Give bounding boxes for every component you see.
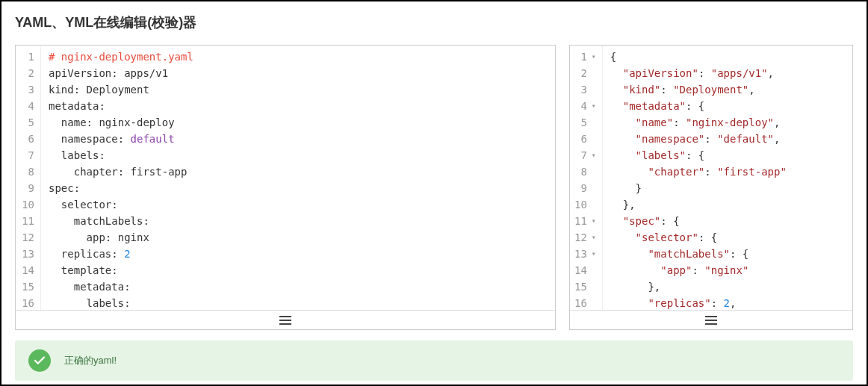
code-line[interactable]: spec: <box>49 180 548 196</box>
page-title: YAML、YML在线编辑(校验)器 <box>15 13 853 31</box>
code-line[interactable]: { <box>610 49 845 65</box>
validation-status: 正确的yaml! <box>15 340 853 381</box>
yaml-toolbar <box>16 310 555 329</box>
line-number: 16 <box>574 295 596 310</box>
code-line[interactable]: "selector": { <box>610 229 845 246</box>
yaml-editor-panel: 1234567891011121314151617 # nginx-deploy… <box>15 45 556 330</box>
yaml-gutter: 1234567891011121314151617 <box>16 46 41 310</box>
json-gutter: 1▾234▾567▾891011▾12▾13▾14151617▾ <box>570 46 603 310</box>
code-line[interactable]: "apiVersion": "apps/v1", <box>610 65 845 81</box>
code-line[interactable]: matchLabels: <box>49 213 548 229</box>
line-number: 3 <box>20 81 34 98</box>
line-number: 14 <box>20 262 34 278</box>
hamburger-icon[interactable] <box>279 316 291 325</box>
code-line[interactable]: replicas: 2 <box>49 246 548 262</box>
code-line[interactable]: "spec": { <box>610 213 845 229</box>
code-line[interactable]: "kind": "Deployment", <box>610 81 845 98</box>
line-number: 12▾ <box>574 229 596 246</box>
code-line[interactable]: "metadata": { <box>610 98 845 114</box>
code-line[interactable]: metadata: <box>49 98 548 114</box>
code-line[interactable]: name: nginx-deploy <box>49 114 548 131</box>
code-line[interactable]: template: <box>49 262 548 278</box>
line-number: 15 <box>574 278 596 295</box>
line-number: 5 <box>574 114 596 131</box>
code-line[interactable]: namespace: default <box>49 131 548 147</box>
line-number: 9 <box>574 180 596 196</box>
fold-toggle-icon[interactable]: ▾ <box>590 147 596 164</box>
line-number: 10 <box>574 196 596 213</box>
line-number: 9 <box>20 180 34 196</box>
code-line[interactable]: "replicas": 2, <box>610 295 845 310</box>
code-line[interactable]: "labels": { <box>610 147 845 164</box>
line-number: 1▾ <box>574 49 596 65</box>
line-number: 3 <box>574 81 596 98</box>
line-number: 7▾ <box>574 147 596 164</box>
line-number: 15 <box>20 278 34 295</box>
line-number: 4▾ <box>574 98 596 114</box>
json-code[interactable]: { "apiVersion": "apps/v1", "kind": "Depl… <box>603 46 852 310</box>
code-line[interactable]: "name": "nginx-deploy", <box>610 114 845 131</box>
fold-toggle-icon[interactable]: ▾ <box>590 246 596 262</box>
code-line[interactable]: "matchLabels": { <box>610 246 845 262</box>
code-line[interactable]: chapter: first-app <box>49 164 548 180</box>
fold-toggle-icon[interactable]: ▾ <box>590 213 596 229</box>
yaml-editor[interactable]: 1234567891011121314151617 # nginx-deploy… <box>16 46 555 310</box>
line-number: 11▾ <box>574 213 596 229</box>
code-line[interactable]: metadata: <box>49 278 548 295</box>
code-line[interactable]: labels: <box>49 295 548 310</box>
code-line[interactable]: labels: <box>49 147 548 164</box>
fold-toggle-icon[interactable]: ▾ <box>590 98 596 114</box>
line-number: 2 <box>20 65 34 81</box>
line-number: 2 <box>574 65 596 81</box>
line-number: 13 <box>20 246 34 262</box>
editors-container: 1234567891011121314151617 # nginx-deploy… <box>15 45 853 330</box>
code-line[interactable]: }, <box>610 196 845 213</box>
code-line[interactable]: apiVersion: apps/v1 <box>49 65 548 81</box>
line-number: 12 <box>20 229 34 246</box>
line-number: 8 <box>20 164 34 180</box>
line-number: 13▾ <box>574 246 596 262</box>
fold-toggle-icon[interactable]: ▾ <box>590 49 596 65</box>
status-message: 正确的yaml! <box>64 354 117 367</box>
line-number: 11 <box>20 213 34 229</box>
code-line[interactable]: kind: Deployment <box>49 81 548 98</box>
line-number: 5 <box>20 114 34 131</box>
code-line[interactable]: "chapter": "first-app" <box>610 164 845 180</box>
code-line[interactable]: "namespace": "default", <box>610 131 845 147</box>
code-line[interactable]: selector: <box>49 196 548 213</box>
json-output[interactable]: 1▾234▾567▾891011▾12▾13▾14151617▾ { "apiV… <box>570 46 852 310</box>
code-line[interactable]: # nginx-deployment.yaml <box>49 49 548 65</box>
json-toolbar <box>570 310 852 329</box>
fold-toggle-icon[interactable]: ▾ <box>590 229 596 246</box>
line-number: 1 <box>20 49 34 65</box>
line-number: 4 <box>20 98 34 114</box>
line-number: 7 <box>20 147 34 164</box>
line-number: 16 <box>20 295 34 310</box>
line-number: 14 <box>574 262 596 278</box>
json-output-panel: 1▾234▾567▾891011▾12▾13▾14151617▾ { "apiV… <box>569 45 853 330</box>
code-line[interactable]: }, <box>610 278 845 295</box>
line-number: 10 <box>20 196 34 213</box>
yaml-code[interactable]: # nginx-deployment.yamlapiVersion: apps/… <box>41 46 555 310</box>
line-number: 6 <box>574 131 596 147</box>
line-number: 8 <box>574 164 596 180</box>
code-line[interactable]: app: nginx <box>49 229 548 246</box>
code-line[interactable]: "app": "nginx" <box>610 262 845 278</box>
hamburger-icon[interactable] <box>705 316 717 325</box>
code-line[interactable]: } <box>610 180 845 196</box>
line-number: 6 <box>20 131 34 147</box>
check-circle-icon <box>28 349 51 372</box>
